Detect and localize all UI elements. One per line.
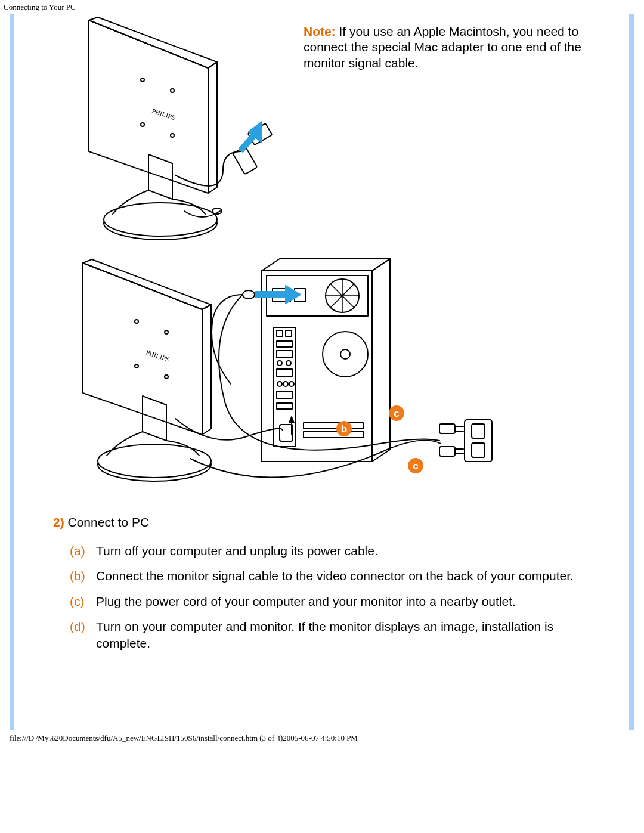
svg-marker-27: [372, 259, 390, 462]
step-text: Turn off your computer and unplug its po…: [96, 543, 605, 559]
svg-marker-2: [208, 62, 217, 193]
note-label: Note:: [304, 24, 336, 38]
step-text: Plug the power cord of your computer and…: [96, 593, 605, 610]
step-letter: (d): [53, 618, 96, 652]
svg-marker-26: [262, 259, 390, 271]
svg-point-54: [243, 290, 255, 299]
svg-point-9: [104, 203, 217, 236]
callout-b: b: [341, 423, 347, 435]
steps-list: (a) Turn off your computer and unplug it…: [53, 543, 605, 652]
step-a: (a) Turn off your computer and unplug it…: [53, 543, 605, 559]
callout-c-bottom: c: [413, 460, 418, 472]
svg-rect-60: [439, 424, 455, 433]
svg-marker-17: [202, 305, 211, 435]
svg-rect-10: [233, 147, 258, 175]
content-area: PHILIPS: [29, 14, 630, 730]
page-frame: PHILIPS: [10, 14, 634, 730]
svg-rect-63: [439, 447, 455, 456]
note-block: Note: If you use an Apple Macintosh, you…: [304, 14, 605, 71]
section-title: Connect to PC: [64, 515, 149, 529]
svg-rect-25: [262, 271, 372, 462]
step-c: (c) Plug the power cord of your computer…: [53, 593, 605, 610]
page-title: Connecting to Your PC: [0, 0, 644, 14]
note-text: If you use an Apple Macintosh, you need …: [304, 24, 581, 70]
step-d: (d) Turn on your computer and monitor. I…: [53, 618, 605, 652]
step-b: (b) Connect the monitor signal cable to …: [53, 568, 605, 584]
callout-c-top: c: [394, 408, 399, 419]
step-letter: (b): [53, 568, 96, 584]
figure-connect-to-pc: PHILIPS: [53, 256, 530, 497]
step-letter: (c): [53, 593, 96, 610]
step-text: Turn on your computer and monitor. If th…: [96, 618, 605, 652]
section-heading: 2) Connect to PC: [53, 515, 605, 529]
svg-rect-57: [465, 420, 492, 462]
step-letter: (a): [53, 543, 96, 559]
step-text: Connect the monitor signal cable to the …: [96, 568, 605, 584]
figure-monitor-adapter: PHILIPS: [53, 14, 292, 250]
footer-path: file:///D|/My%20Documents/dfu/A5_new/ENG…: [0, 730, 644, 749]
section-number: 2): [53, 515, 64, 529]
